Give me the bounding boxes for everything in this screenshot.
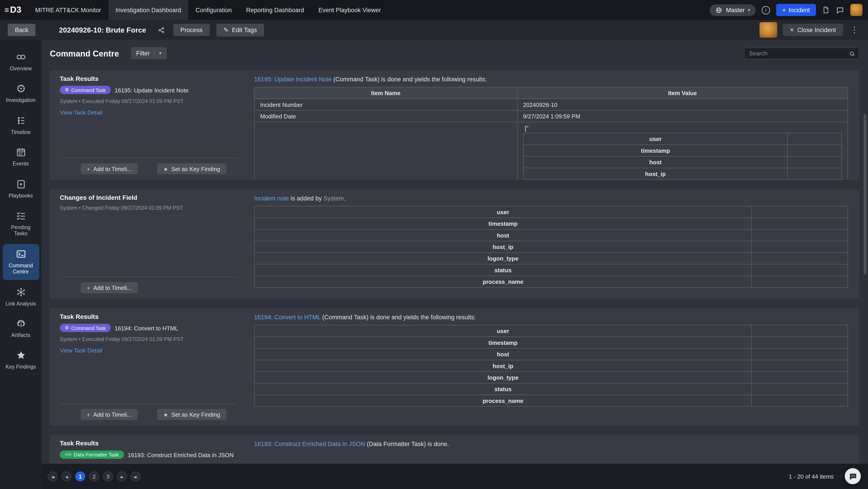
info-icon[interactable]: i bbox=[762, 6, 770, 14]
field-name-cell: status bbox=[254, 264, 752, 276]
page-button-2[interactable]: 2 bbox=[89, 471, 99, 482]
task-result-card-16193: Task Results </> Data Formatter Task 161… bbox=[50, 435, 859, 464]
sidebar-item-investigation[interactable]: Investigation bbox=[2, 79, 39, 108]
field-name-cell: timestamp bbox=[254, 337, 752, 348]
first-page-button[interactable]: |◀ bbox=[48, 471, 58, 482]
filter-button[interactable]: Filter ▾ bbox=[131, 47, 166, 59]
nav-event-playbook-viewer[interactable]: Event Playbook Viewer bbox=[311, 0, 388, 20]
set-key-finding-button[interactable]: ★ Set as Key Finding bbox=[157, 163, 226, 174]
field-row: host bbox=[254, 229, 848, 241]
field-row: logon_type bbox=[523, 180, 842, 180]
kebab-menu-icon[interactable]: ⋮ bbox=[848, 25, 860, 35]
badge-row: ⚙ Command Task 16195: Update Incident No… bbox=[60, 86, 237, 94]
field-name-cell: host bbox=[254, 349, 752, 360]
add-to-timeline-label: Add to Timeli... bbox=[93, 411, 132, 418]
share-icon[interactable] bbox=[158, 26, 165, 33]
last-page-button[interactable]: ▶| bbox=[131, 471, 141, 482]
assignee-avatar[interactable] bbox=[759, 22, 777, 38]
task-meta: System • Executed Friday 09/27/2024 01:0… bbox=[60, 98, 237, 104]
task-result-link[interactable]: 16193: Construct Enriched Data in JSON bbox=[254, 441, 365, 447]
edit-tags-button[interactable]: ✎ Edit Tags bbox=[216, 24, 264, 36]
add-to-timeline-button[interactable]: + Add to Timeli... bbox=[81, 163, 138, 174]
search-icon[interactable] bbox=[848, 50, 856, 59]
chat-icon[interactable] bbox=[836, 6, 844, 14]
field-empty-cell bbox=[752, 276, 848, 287]
view-task-detail-link[interactable]: View Task Detail bbox=[60, 347, 102, 354]
field-empty-cell bbox=[752, 325, 848, 337]
view-task-detail-link[interactable]: View Task Detail bbox=[60, 109, 102, 116]
card-result: 16195: Update Incident Note (Command Tas… bbox=[254, 70, 859, 180]
sidebar-item-timeline[interactable]: Timeline bbox=[2, 110, 39, 140]
set-key-finding-label: Set as Key Finding bbox=[171, 165, 220, 172]
incident-bar-right: ✕ Close Incident ⋮ bbox=[759, 22, 860, 38]
top-nav-right: Master ▾ i + Incident bbox=[710, 0, 863, 20]
task-title: 16194: Convert to HTML bbox=[115, 325, 178, 331]
field-name-cell: timestamp bbox=[523, 144, 787, 156]
notes-value-cell: [" user bbox=[517, 122, 848, 180]
sidebar-item-command-centre[interactable]: Command Centre bbox=[2, 244, 39, 280]
sidebar-item-pending-tasks[interactable]: Pending Tasks bbox=[2, 206, 39, 242]
incident-note-link[interactable]: Incident note bbox=[254, 195, 289, 201]
add-incident-button[interactable]: + Incident bbox=[776, 4, 816, 16]
next-page-button[interactable]: ▶ bbox=[117, 471, 127, 482]
nav-configuration[interactable]: Configuration bbox=[188, 0, 239, 20]
sidebar-item-events[interactable]: Events bbox=[2, 142, 39, 172]
incident-header-bar: Back 20240926-10: Brute Force Process ✎ … bbox=[0, 20, 868, 40]
add-to-timeline-button[interactable]: + Add to Timeli... bbox=[81, 282, 138, 293]
close-incident-button[interactable]: ✕ Close Incident bbox=[782, 24, 843, 36]
master-selector[interactable]: Master ▾ bbox=[710, 4, 756, 15]
nav-investigation-dashboard[interactable]: Investigation Dashboard bbox=[108, 0, 188, 20]
plus-icon: + bbox=[87, 412, 90, 418]
field-empty-cell bbox=[752, 383, 848, 395]
d3-logo-text: D3 bbox=[10, 5, 22, 15]
actor-label: System bbox=[323, 195, 344, 201]
key-findings-icon bbox=[15, 350, 26, 361]
scrollbar-thumb[interactable] bbox=[864, 114, 866, 274]
sidebar-item-playbooks[interactable]: Playbooks bbox=[2, 174, 39, 204]
sidebar-item-link-analysis[interactable]: Link Analysis bbox=[2, 282, 39, 312]
card-result: 16193: Construct Enriched Data in JSON (… bbox=[254, 435, 859, 464]
search-box bbox=[744, 47, 859, 59]
task-result-link[interactable]: 16195: Update Incident Note bbox=[254, 76, 332, 83]
sidebar-item-key-findings[interactable]: Key Findings bbox=[2, 346, 39, 375]
sidebar-item-label: Pending Tasks bbox=[4, 224, 37, 237]
field-empty-cell bbox=[752, 241, 848, 253]
page-button-3[interactable]: 3 bbox=[103, 471, 113, 482]
field-empty-cell bbox=[752, 253, 848, 264]
d3-logo[interactable]: ≡ D3 bbox=[4, 0, 22, 20]
field-table: user timestamp bbox=[254, 206, 848, 288]
card-info: Task Results ⚙ Command Task 16194: Conve… bbox=[50, 308, 254, 425]
nav-reporting-dashboard[interactable]: Reporting Dashboard bbox=[239, 0, 311, 20]
field-empty-cell bbox=[787, 168, 842, 180]
sidebar-item-overview[interactable]: Overview bbox=[2, 47, 39, 76]
prev-page-button[interactable]: ◀ bbox=[61, 471, 71, 482]
back-button[interactable]: Back bbox=[8, 24, 36, 36]
process-button[interactable]: Process bbox=[174, 24, 210, 36]
set-key-finding-button[interactable]: ★ Set as Key Finding bbox=[157, 409, 226, 420]
card-header: Changes of Incident Field bbox=[60, 194, 237, 201]
search-input[interactable] bbox=[744, 47, 859, 59]
sidebar-item-label: Timeline bbox=[11, 129, 31, 135]
add-to-timeline-button[interactable]: + Add to Timeli... bbox=[81, 409, 138, 420]
field-row: timestamp bbox=[254, 218, 848, 229]
user-avatar[interactable] bbox=[850, 4, 863, 16]
card-info: Changes of Incident Field System • Chang… bbox=[50, 189, 254, 299]
field-empty-cell bbox=[752, 264, 848, 276]
page-button-1[interactable]: 1 bbox=[75, 471, 85, 482]
field-change-card: Changes of Incident Field System • Chang… bbox=[50, 189, 859, 299]
field-row: logon_type bbox=[254, 371, 848, 383]
field-name-cell: process_name bbox=[254, 395, 752, 406]
task-result-link[interactable]: 16194: Convert to HTML bbox=[254, 314, 320, 320]
sidebar-item-artifacts[interactable]: Artifacts bbox=[2, 314, 39, 343]
field-name-cell: host bbox=[523, 156, 787, 168]
app-window: ≡ D3 MITRE ATT&CK Monitor Investigation … bbox=[0, 0, 868, 489]
field-row: timestamp bbox=[254, 337, 848, 348]
task-meta: System • Executed Friday 09/27/2024 01:0… bbox=[60, 462, 237, 464]
chat-fab-button[interactable] bbox=[845, 468, 861, 484]
result-heading: 16195: Update Incident Note (Command Tas… bbox=[254, 76, 848, 83]
document-icon[interactable] bbox=[822, 5, 830, 14]
plus-icon: + bbox=[782, 6, 786, 13]
star-icon: ★ bbox=[163, 166, 168, 172]
card-header: Task Results bbox=[60, 75, 237, 82]
nav-mitre-attack-monitor[interactable]: MITRE ATT&CK Monitor bbox=[28, 0, 108, 20]
